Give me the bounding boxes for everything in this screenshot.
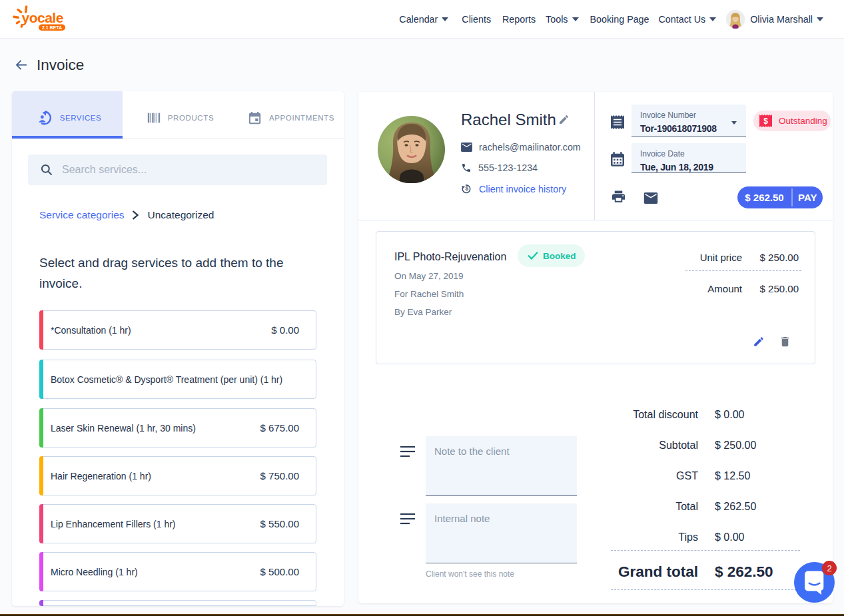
svg-text:$: $ [763, 117, 768, 126]
svg-text:$: $ [465, 186, 468, 192]
svg-text:yocale: yocale [22, 10, 63, 25]
svg-text:2.1 BETA: 2.1 BETA [42, 25, 62, 30]
